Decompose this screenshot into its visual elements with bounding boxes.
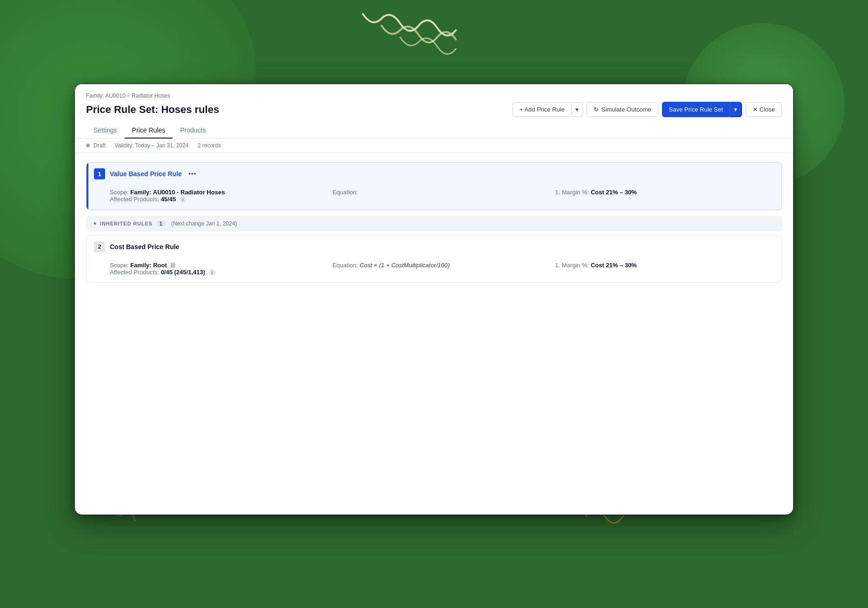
- rule-2-scope: Scope: Family: Root ⛓ Affected Products:…: [110, 262, 329, 276]
- rule-2-margin: 1. Margin %: Cost 21% – 30%: [555, 262, 774, 276]
- rule-1-info-icon[interactable]: i: [180, 197, 186, 203]
- rule-card-1: 1 Value Based Price Rule ••• Scope: Fami…: [86, 162, 782, 210]
- rule-1-affected-label: Affected Products:: [110, 196, 159, 203]
- status-bar: Draft · Validity: Today – Jan 31, 2024 ·…: [75, 139, 793, 153]
- save-price-rule-set-button[interactable]: Save Price Rule Set: [662, 102, 730, 117]
- separator-2: ·: [192, 142, 194, 149]
- draft-indicator: [86, 144, 90, 147]
- rule-2-scope-value: Family: Root: [130, 262, 167, 269]
- rule-2-affected-label: Affected Products:: [110, 269, 159, 276]
- close-button[interactable]: ✕ Close: [746, 102, 782, 117]
- rule-1-name[interactable]: Value Based Price Rule: [110, 170, 182, 178]
- simulate-outcome-button[interactable]: ↻ Simulate Outcome: [587, 102, 658, 117]
- rule-2-header: 2 Cost Based Price Rule: [87, 236, 781, 258]
- separator-1: ·: [109, 142, 111, 149]
- rule-1-margin: 1. Margin %: Cost 21% – 30%: [555, 189, 774, 203]
- rule-1-more-icon[interactable]: •••: [188, 170, 196, 178]
- save-price-rule-set-group: Save Price Rule Set ▾: [662, 102, 742, 117]
- add-price-rule-dropdown[interactable]: ▾: [572, 102, 583, 117]
- rule-2-affected-value: 0/45 (245/1,413): [161, 269, 205, 276]
- rule-2-equation-value: Cost × (1 + CostMultiplicator/100): [360, 262, 450, 269]
- content-area: 1 Value Based Price Rule ••• Scope: Fami…: [75, 153, 793, 297]
- title-row: Price Rule Set: Hoses rules + Add Price …: [86, 102, 782, 117]
- add-price-rule-button[interactable]: + Add Price Rule: [513, 102, 572, 117]
- rule-1-details: Scope: Family: AU0010 - Radiator Hoses A…: [87, 185, 781, 210]
- rule-1-scope: Scope: Family: AU0010 - Radiator Hoses A…: [110, 189, 329, 203]
- header-actions: + Add Price Rule ▾ ↻ Simulate Outcome Sa…: [513, 102, 782, 117]
- rule-1-affected-value: 45/45: [161, 196, 176, 203]
- validity-label: Validity: Today – Jan 31, 2024: [114, 142, 188, 149]
- tab-products[interactable]: Products: [173, 123, 213, 139]
- rule-active-bar: [87, 163, 88, 210]
- external-link-icon[interactable]: ⛓: [170, 262, 176, 269]
- page-title: Price Rule Set: Hoses rules: [86, 104, 219, 116]
- records-label: 2 records: [198, 142, 221, 149]
- rule-card-2: 2 Cost Based Price Rule Scope: Family: R…: [86, 235, 782, 283]
- rule-1-number: 1: [94, 168, 105, 179]
- rule-2-details: Scope: Family: Root ⛓ Affected Products:…: [87, 258, 781, 283]
- add-price-rule-group: + Add Price Rule ▾: [513, 102, 583, 117]
- inherited-section: ▾ INHERITED RULES 1 (Next change Jan 1, …: [86, 216, 782, 283]
- save-price-rule-set-dropdown[interactable]: ▾: [730, 102, 742, 117]
- draft-label: Draft: [93, 142, 106, 149]
- inherited-next-change: (Next change Jan 1, 2024): [171, 220, 237, 227]
- inherited-title: INHERITED RULES: [100, 221, 153, 226]
- app-window: Family: AU0010 – Radiator Hoses Price Ru…: [74, 84, 794, 515]
- tabs-row: Settings Price Rules Products: [86, 123, 782, 138]
- rule-1-equation: Equation:: [333, 189, 552, 203]
- inherited-header[interactable]: ▾ INHERITED RULES 1 (Next change Jan 1, …: [86, 216, 782, 231]
- tab-price-rules[interactable]: Price Rules: [125, 123, 173, 139]
- rule-1-header: 1 Value Based Price Rule •••: [87, 163, 781, 185]
- inherited-count: 1: [156, 220, 166, 227]
- breadcrumb: Family: AU0010 – Radiator Hoses: [86, 93, 782, 99]
- rule-2-info-icon[interactable]: i: [209, 269, 215, 276]
- chevron-down-icon: ▾: [93, 220, 96, 227]
- rule-2-number: 2: [94, 241, 105, 252]
- rule-2-margin-value: Cost 21% – 30%: [591, 262, 637, 269]
- rule-2-name: Cost Based Price Rule: [110, 243, 179, 251]
- rule-2-equation: Equation: Cost × (1 + CostMultiplicator/…: [333, 262, 552, 276]
- rule-1-scope-value: Family: AU0010 - Radiator Hoses: [130, 189, 225, 196]
- tab-settings[interactable]: Settings: [86, 123, 125, 139]
- simulate-outcome-label: Simulate Outcome: [601, 106, 651, 113]
- rule-1-margin-value: Cost 21% – 30%: [591, 189, 637, 196]
- refresh-icon: ↻: [594, 106, 599, 113]
- window-header: Family: AU0010 – Radiator Hoses Price Ru…: [75, 84, 793, 139]
